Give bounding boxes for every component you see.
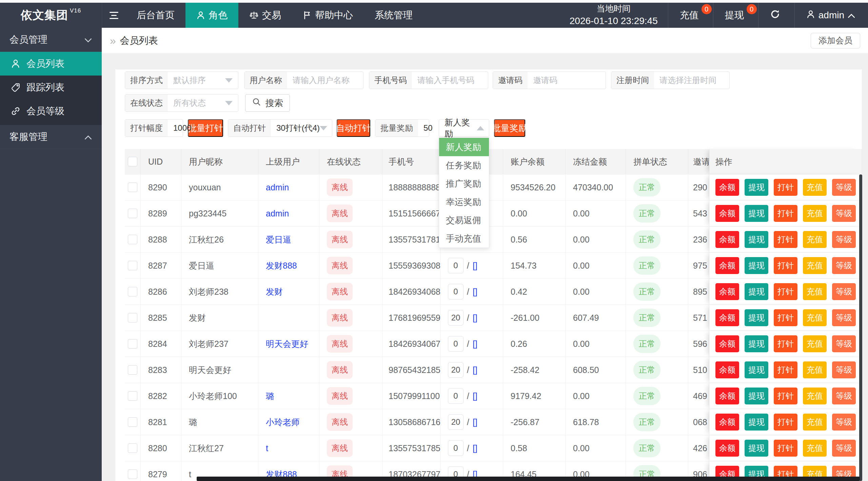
upline-link[interactable]: 璐 — [266, 391, 274, 402]
level-button[interactable]: 等级 — [832, 257, 856, 274]
inject-button[interactable]: 打针 — [774, 179, 797, 196]
phone-input[interactable]: 请输入手机号码 — [412, 72, 488, 89]
inject-button[interactable]: 打针 — [774, 361, 797, 378]
recharge-button[interactable]: 充值 — [803, 179, 827, 196]
dropdown-option-newcomer[interactable]: 新人奖励 — [439, 138, 489, 156]
upline-link[interactable]: admin — [266, 183, 289, 192]
dropdown-option-manual-recharge[interactable]: 手动充值 — [439, 229, 489, 248]
level-button[interactable]: 等级 — [832, 231, 856, 248]
recharge-button[interactable]: 充值 — [803, 388, 827, 404]
dropdown-option-promotion[interactable]: 推广奖励 — [439, 174, 489, 193]
row-checkbox[interactable] — [128, 391, 137, 401]
register-time-input[interactable]: 请选择注册时间 — [654, 72, 729, 89]
dropdown-option-lucky[interactable]: 幸运奖励 — [439, 193, 489, 211]
recharge-button[interactable]: 充值 — [803, 257, 827, 274]
level-button[interactable]: 等级 — [832, 283, 856, 300]
recharge-button[interactable]: 充值 — [803, 231, 827, 248]
reward-type-select[interactable]: 新人奖励 新人奖励 任务奖励 推广奖励 幸运奖励 交易返佣 手动充值 — [439, 119, 489, 137]
menu-toggle-icon[interactable] — [102, 3, 126, 28]
inject-button[interactable]: 打针 — [774, 414, 797, 431]
balance-button[interactable]: 余额 — [715, 283, 739, 300]
inject-button[interactable]: 打针 — [774, 231, 797, 248]
balance-button[interactable]: 余额 — [715, 440, 739, 457]
row-checkbox[interactable] — [128, 313, 137, 322]
plan-input[interactable]: 20 — [448, 362, 463, 378]
plan-list-link[interactable]: [] — [473, 261, 477, 271]
plan-input[interactable]: 20 — [448, 414, 463, 430]
refresh-button[interactable] — [758, 3, 794, 28]
invite-code-input[interactable]: 邀请码 — [528, 72, 606, 89]
plan-input[interactable]: 20 — [448, 310, 463, 326]
row-checkbox[interactable] — [128, 443, 137, 453]
withdraw-button[interactable]: 提现 — [745, 257, 768, 274]
level-button[interactable]: 等级 — [832, 414, 856, 431]
row-checkbox[interactable] — [128, 235, 137, 244]
upline-link[interactable]: 明天会更好 — [266, 338, 308, 350]
level-button[interactable]: 等级 — [832, 335, 856, 352]
nav-item-roles[interactable]: 角色 — [185, 3, 238, 28]
upline-link[interactable]: admin — [266, 209, 289, 218]
batch-reward-button[interactable]: 批量奖励 — [494, 119, 525, 137]
horizontal-scrollbar[interactable] — [197, 477, 860, 481]
dropdown-option-task[interactable]: 任务奖励 — [439, 156, 489, 174]
recharge-notice[interactable]: 充值 0 — [668, 3, 713, 28]
row-checkbox[interactable] — [128, 287, 137, 296]
batch-reward-input[interactable]: 50 — [418, 120, 438, 137]
select-all-checkbox[interactable] — [128, 157, 137, 166]
user-menu[interactable]: admin — [794, 3, 868, 28]
plan-input[interactable]: 0 — [448, 388, 463, 404]
withdraw-button[interactable]: 提现 — [745, 388, 768, 404]
row-checkbox[interactable] — [128, 469, 137, 479]
search-button[interactable]: 搜索 — [245, 94, 290, 112]
balance-button[interactable]: 余额 — [715, 179, 739, 196]
sidebar-group-member-management[interactable]: 会员管理 — [0, 28, 102, 52]
sidebar-group-customer-service[interactable]: 客服管理 — [0, 125, 102, 149]
inject-range-input[interactable]: 1000 — [168, 120, 197, 137]
withdraw-button[interactable]: 提现 — [745, 440, 768, 457]
plan-list-link[interactable]: [] — [473, 391, 477, 401]
recharge-button[interactable]: 充值 — [803, 309, 827, 326]
level-button[interactable]: 等级 — [832, 388, 856, 404]
sort-filter-select[interactable]: 默认排序 — [168, 72, 238, 89]
upline-link[interactable]: 发财 — [266, 286, 283, 297]
upline-link[interactable]: 发财888 — [266, 260, 297, 271]
balance-button[interactable]: 余额 — [715, 361, 739, 378]
recharge-button[interactable]: 充值 — [803, 414, 827, 431]
withdraw-button[interactable]: 提现 — [745, 414, 768, 431]
withdraw-button[interactable]: 提现 — [745, 361, 768, 378]
dropdown-option-trade-rebate[interactable]: 交易返佣 — [439, 211, 489, 229]
inject-button[interactable]: 打针 — [774, 309, 797, 326]
withdraw-button[interactable]: 提现 — [745, 283, 768, 300]
recharge-button[interactable]: 充值 — [803, 335, 827, 352]
inject-button[interactable]: 打针 — [774, 335, 797, 352]
withdraw-button[interactable]: 提现 — [745, 309, 768, 326]
auto-inject-button[interactable]: 自动打针 — [337, 119, 370, 137]
level-button[interactable]: 等级 — [832, 361, 856, 378]
level-button[interactable]: 等级 — [832, 205, 856, 222]
level-button[interactable]: 等级 — [832, 309, 856, 326]
withdraw-button[interactable]: 提现 — [745, 231, 768, 248]
add-member-button[interactable]: 添加会员 — [811, 33, 860, 48]
upline-link[interactable]: t — [266, 443, 268, 453]
nav-item-trade[interactable]: 交易 — [238, 3, 292, 28]
plan-input[interactable]: 0 — [448, 258, 463, 273]
withdraw-notice[interactable]: 提现 0 — [713, 3, 758, 28]
balance-button[interactable]: 余额 — [715, 231, 739, 248]
balance-button[interactable]: 余额 — [715, 205, 739, 222]
recharge-button[interactable]: 充值 — [803, 361, 827, 378]
balance-button[interactable]: 余额 — [715, 414, 739, 431]
sidebar-item-member-list[interactable]: 会员列表 — [0, 52, 102, 76]
balance-button[interactable]: 余额 — [715, 309, 739, 326]
nav-item-system[interactable]: 系统管理 — [364, 3, 423, 28]
upline-link[interactable]: 爱日逼 — [266, 234, 291, 245]
recharge-button[interactable]: 充值 — [803, 283, 827, 300]
inject-button[interactable]: 打针 — [774, 388, 797, 404]
recharge-button[interactable]: 充值 — [803, 440, 827, 457]
plan-input[interactable]: 0 — [448, 336, 463, 352]
row-checkbox[interactable] — [128, 365, 137, 375]
nav-item-dashboard[interactable]: 后台首页 — [126, 3, 185, 28]
balance-button[interactable]: 余额 — [715, 388, 739, 404]
plan-list-link[interactable]: [] — [473, 313, 477, 323]
balance-button[interactable]: 余额 — [715, 257, 739, 274]
row-checkbox[interactable] — [128, 261, 137, 270]
